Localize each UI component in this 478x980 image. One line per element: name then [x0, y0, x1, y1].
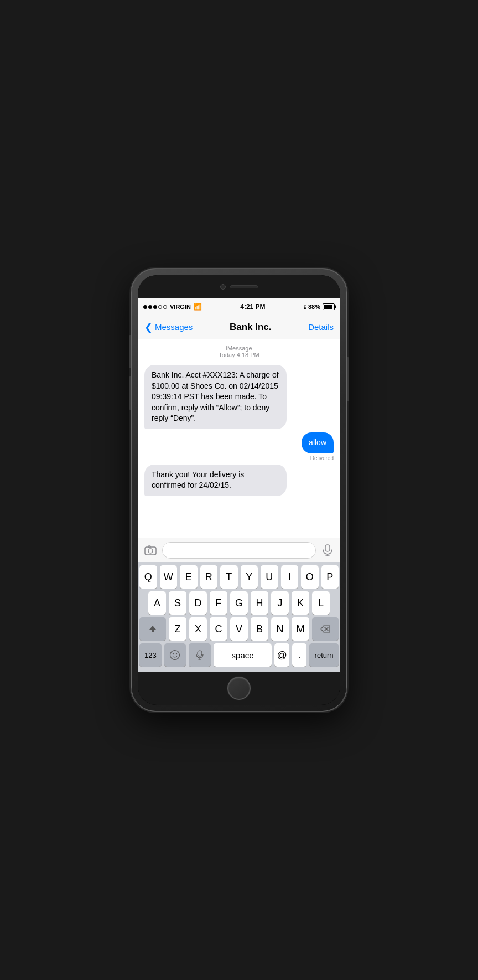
battery-percent: 88%: [308, 303, 320, 310]
return-key[interactable]: return: [309, 643, 339, 667]
key-r[interactable]: R: [200, 565, 218, 589]
signal-dot-3: [153, 305, 157, 309]
bluetooth-icon: ᵻ: [304, 303, 306, 311]
key-v[interactable]: V: [230, 617, 248, 641]
status-time: 4:21 PM: [240, 303, 265, 311]
front-camera: [220, 284, 226, 290]
key-p[interactable]: P: [321, 565, 339, 589]
key-a[interactable]: A: [148, 591, 166, 615]
signal-dot-4: [158, 305, 162, 309]
key-i[interactable]: I: [281, 565, 299, 589]
incoming-bubble: Thank you! Your delivery is confirmed fo…: [144, 465, 287, 496]
battery-indicator: [323, 303, 335, 310]
key-j[interactable]: J: [271, 591, 289, 615]
messages-list: iMessage Today 4:18 PM Bank Inc. Acct #X…: [138, 339, 340, 538]
key-d[interactable]: D: [189, 591, 207, 615]
back-label: Messages: [155, 322, 193, 332]
key-q[interactable]: Q: [139, 565, 157, 589]
home-button[interactable]: [227, 677, 251, 700]
message-row: allow Delivered: [144, 432, 334, 461]
message-date: Today: [219, 352, 235, 358]
key-m[interactable]: M: [292, 617, 309, 641]
key-u[interactable]: U: [261, 565, 278, 589]
wifi-icon: 📶: [194, 303, 202, 311]
key-t[interactable]: T: [220, 565, 238, 589]
key-o[interactable]: O: [301, 565, 319, 589]
incoming-bubble: Bank Inc. Acct #XXX123: A charge of $100…: [144, 365, 287, 429]
navigation-bar: ❮ Messages Bank Inc. Details: [138, 315, 340, 339]
key-y[interactable]: Y: [241, 565, 258, 589]
carrier-name: VIRGIN: [170, 303, 191, 310]
phone-top-bar: [138, 275, 340, 298]
keyboard-row-3: Z X C V B N M: [139, 617, 339, 641]
message-time: 4:18 PM: [237, 352, 259, 358]
signal-strength: [143, 305, 167, 309]
svg-point-10: [176, 653, 177, 654]
message-input-bar: [138, 538, 340, 562]
shift-key[interactable]: [139, 617, 166, 641]
back-button[interactable]: ❮ Messages: [144, 322, 193, 332]
status-right: ᵻ 88%: [304, 303, 335, 311]
message-row: Thank you! Your delivery is confirmed fo…: [144, 465, 334, 496]
conversation-title: Bank Inc.: [230, 322, 272, 333]
svg-rect-11: [198, 651, 202, 656]
keyboard-row-4: 123: [139, 643, 339, 667]
svg-rect-3: [325, 545, 330, 551]
delete-key[interactable]: [312, 617, 339, 641]
signal-dot-2: [148, 305, 152, 309]
message-date-header: iMessage Today 4:18 PM: [144, 345, 334, 358]
svg-point-9: [173, 653, 174, 654]
keyboard-row-2: A S D F G H J K L: [139, 591, 339, 615]
imessage-label: iMessage: [144, 345, 334, 352]
key-g[interactable]: G: [230, 591, 248, 615]
key-l[interactable]: L: [312, 591, 330, 615]
earpiece-speaker: [230, 285, 258, 288]
volume-down-button[interactable]: [129, 376, 131, 410]
message-row: Bank Inc. Acct #XXX123: A charge of $100…: [144, 365, 334, 429]
delivered-status: Delivered: [310, 455, 334, 461]
key-z[interactable]: Z: [169, 617, 186, 641]
key-x[interactable]: X: [189, 617, 207, 641]
key-b[interactable]: B: [251, 617, 268, 641]
power-button[interactable]: [347, 357, 349, 401]
message-text-input[interactable]: [162, 542, 316, 559]
key-f[interactable]: F: [210, 591, 227, 615]
key-e[interactable]: E: [180, 565, 198, 589]
at-key[interactable]: @: [274, 643, 289, 667]
emoji-key[interactable]: [164, 643, 186, 667]
battery-fill: [324, 305, 332, 309]
message-timestamp: Today 4:18 PM: [144, 352, 334, 358]
volume-up-button[interactable]: [129, 335, 131, 368]
svg-point-1: [148, 549, 153, 553]
keyboard-mic-key[interactable]: [189, 643, 211, 667]
key-k[interactable]: K: [292, 591, 309, 615]
phone-frame: VIRGIN 📶 4:21 PM ᵻ 88% ❮: [131, 269, 347, 711]
svg-point-8: [170, 651, 180, 660]
back-chevron-icon: ❮: [144, 322, 153, 332]
key-w[interactable]: W: [160, 565, 178, 589]
svg-rect-0: [145, 547, 156, 555]
phone-screen: VIRGIN 📶 4:21 PM ᵻ 88% ❮: [138, 275, 340, 705]
key-n[interactable]: N: [271, 617, 289, 641]
key-s[interactable]: S: [169, 591, 186, 615]
keyboard-row-1: Q W E R T Y U I O P: [139, 565, 339, 589]
camera-button[interactable]: [142, 542, 159, 559]
ios-screen: VIRGIN 📶 4:21 PM ᵻ 88% ❮: [138, 298, 340, 672]
status-left: VIRGIN 📶: [143, 303, 202, 311]
key-h[interactable]: H: [251, 591, 268, 615]
key-c[interactable]: C: [210, 617, 227, 641]
signal-dot-5: [163, 305, 167, 309]
period-key[interactable]: .: [292, 643, 306, 667]
status-bar: VIRGIN 📶 4:21 PM ᵻ 88%: [138, 298, 340, 315]
phone-bottom-bar: [138, 672, 340, 705]
numbers-key[interactable]: 123: [139, 643, 162, 667]
virtual-keyboard: Q W E R T Y U I O P A S D F G: [138, 562, 340, 672]
signal-dot-1: [143, 305, 147, 309]
outgoing-bubble: allow: [302, 432, 334, 453]
space-key[interactable]: space: [214, 643, 272, 667]
battery-icon: [323, 303, 335, 310]
details-button[interactable]: Details: [308, 322, 334, 332]
microphone-button[interactable]: [319, 542, 336, 559]
